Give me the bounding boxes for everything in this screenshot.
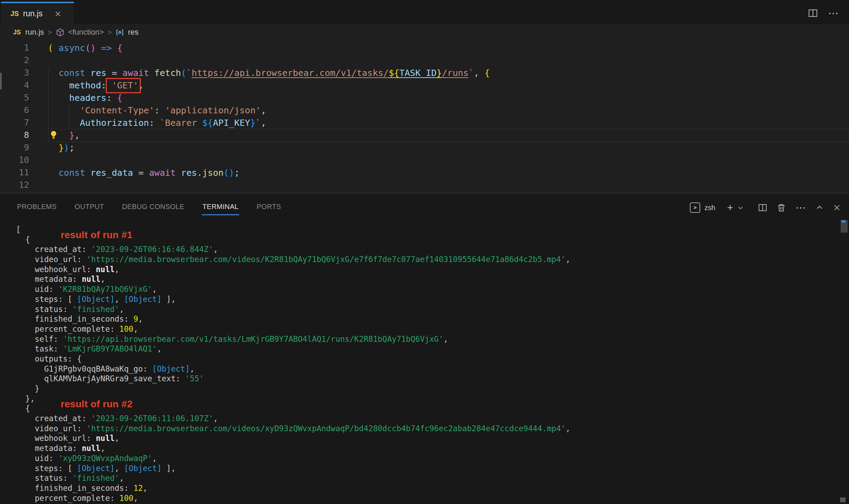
lightbulb-icon[interactable] — [49, 130, 58, 141]
terminal-line: metadata: null, — [0, 274, 849, 284]
maximize-panel-chevron-icon[interactable] — [816, 204, 823, 211]
js-icon: JS — [13, 29, 21, 36]
split-editor-icon[interactable] — [808, 8, 818, 18]
token: async — [59, 43, 85, 53]
line-number: 6 — [0, 104, 29, 116]
annotation-red-box — [106, 78, 141, 93]
terminal-line: } — [0, 384, 849, 394]
token: { — [484, 68, 490, 78]
token — [48, 80, 69, 90]
token: created_at: — [16, 414, 91, 423]
kill-terminal-trash-icon[interactable] — [777, 203, 786, 212]
token: video_url: — [16, 255, 86, 264]
token: } — [250, 118, 255, 128]
token: 'application/json' — [165, 105, 261, 115]
token: ( — [181, 68, 186, 78]
terminal-line: finished_in_seconds: 9, — [0, 314, 849, 324]
token: 'LmKjrGB9Y7ABO4lAQ1' — [63, 344, 157, 353]
terminal-output[interactable]: [ { created_at: '2023-09-26T06:16:46.844… — [0, 225, 849, 503]
code-line: 6 'Content-Type': 'application/json', — [0, 104, 849, 116]
token: , — [114, 295, 124, 304]
token: , — [213, 245, 218, 254]
panel-tab-ports[interactable]: PORTS — [256, 200, 282, 215]
terminal-line: outputs: { — [0, 354, 849, 364]
token: } — [59, 142, 64, 153]
vscode-window: JS run.js ⋯ JS run.js > <function> > res — [0, 0, 849, 504]
close-panel-icon[interactable] — [833, 204, 841, 211]
token: metadata: — [16, 275, 82, 284]
js-icon: JS — [10, 10, 19, 18]
token: qlKAMVbArjAyNRGra9_save_text: — [16, 374, 185, 383]
token: ; — [234, 167, 239, 178]
scrollbar-corner — [840, 497, 846, 502]
terminal-scrollbar[interactable] — [841, 220, 848, 233]
code-editor[interactable]: 1( async() => {23 const res = await fetc… — [0, 40, 849, 193]
line-number: 12 — [0, 179, 29, 191]
token: () — [85, 43, 96, 53]
split-terminal-icon[interactable] — [758, 203, 767, 212]
token: await — [149, 167, 176, 178]
breadcrumb-symbol[interactable]: res — [128, 28, 139, 37]
panel-tab-debug-console[interactable]: DEBUG CONSOLE — [121, 200, 185, 215]
new-terminal-icon[interactable]: + — [727, 203, 733, 212]
code-line: 9 }); — [0, 141, 849, 154]
line-number: 5 — [0, 92, 29, 104]
terminal-session[interactable]: > zsh — [690, 202, 715, 213]
token: 'xyD93zQWvxpAndwaqP' — [58, 454, 152, 463]
terminal-line: webhook_url: null, — [0, 433, 849, 443]
token: null — [96, 434, 114, 443]
tab-strip: JS run.js ⋯ — [0, 0, 849, 24]
editor-actions: ⋯ — [808, 8, 839, 18]
token: TASK_ID — [399, 68, 436, 78]
close-icon[interactable] — [54, 10, 61, 17]
token: status: — [16, 473, 72, 483]
code-lines: 1( async() => {23 const res = await fetc… — [0, 42, 849, 191]
launch-profile-chevron-icon[interactable] — [737, 205, 744, 211]
token: 'K2R81bQAy71bQ6VjxG' — [58, 285, 152, 294]
token: } — [437, 68, 442, 78]
token: ], — [162, 295, 176, 304]
token: method — [69, 80, 101, 90]
token — [85, 68, 90, 78]
panel-tab-terminal[interactable]: TERMINAL — [202, 200, 239, 215]
token: json — [202, 167, 223, 178]
more-actions-icon[interactable]: ⋯ — [828, 10, 839, 17]
token: ` — [186, 68, 191, 78]
token: created_at: — [16, 245, 91, 254]
code-line: 10 — [0, 154, 849, 166]
breadcrumb-file[interactable]: run.js — [25, 28, 44, 37]
panel-tab-problems[interactable]: PROBLEMS — [16, 200, 57, 215]
panel-more-actions-icon[interactable]: ⋯ — [796, 204, 806, 211]
token: https://api.browserbear.com/v1/tasks/ — [192, 68, 389, 78]
token: Authorization — [80, 118, 149, 128]
token: = — [133, 167, 149, 178]
breadcrumb-function[interactable]: <function> — [68, 28, 104, 37]
code-line: 12 — [0, 179, 849, 191]
token: ) — [64, 142, 69, 153]
terminal-line: video_url: 'https://media.browserbear.co… — [0, 424, 849, 434]
scrollbar-decoration — [841, 220, 846, 223]
token: ` — [469, 68, 474, 78]
token: [Object] — [152, 364, 190, 373]
token: [Object] — [77, 295, 114, 304]
token: , — [152, 285, 157, 294]
token: , — [474, 68, 484, 78]
token: , — [101, 444, 105, 453]
function-cube-icon — [56, 28, 65, 37]
token: [ — [16, 225, 21, 234]
panel-tab-output[interactable]: OUTPUT — [74, 200, 105, 215]
terminal-line: G1jRPgbv0qqBA8waKq_go: [Object], — [0, 364, 849, 374]
terminal-line: created_at: '2023-09-26T06:11:06.107Z', — [0, 414, 849, 424]
token: finished_in_seconds: — [16, 314, 134, 323]
tab-run-js[interactable]: JS run.js — [1, 2, 74, 24]
token — [176, 167, 181, 178]
token: 'https://api.browserbear.com/v1/tasks/Lm… — [63, 334, 443, 344]
terminal-line: self: 'https://api.browserbear.com/v1/ta… — [0, 334, 849, 344]
token: { — [117, 43, 122, 53]
token: null — [82, 275, 101, 284]
token: , — [101, 275, 105, 284]
token: res_data — [91, 167, 133, 178]
terminal-line: finished_in_seconds: 12, — [0, 483, 849, 493]
terminal-line: metadata: null, — [0, 443, 849, 453]
token — [96, 43, 101, 53]
